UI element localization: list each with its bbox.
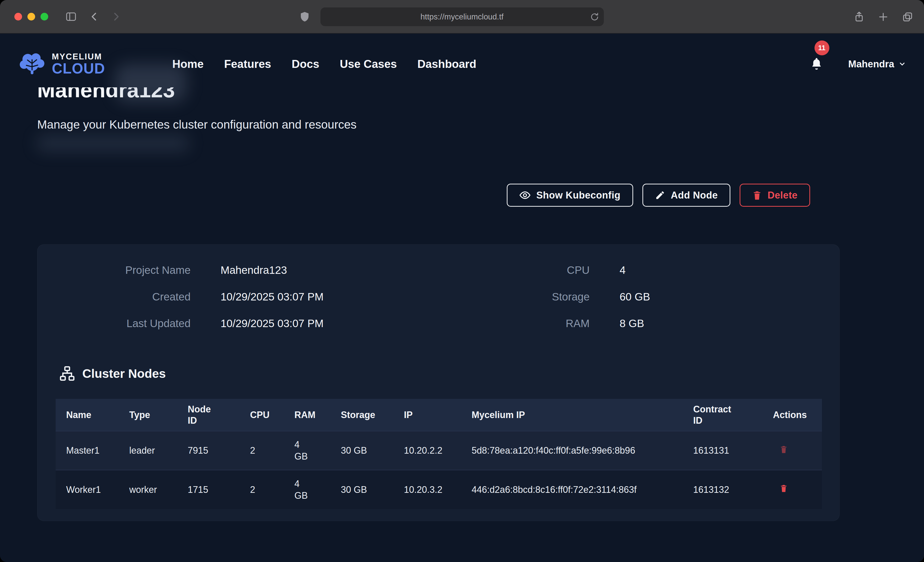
brand-line-1: MYCELIUM xyxy=(52,52,105,61)
delete-node-button[interactable] xyxy=(780,483,788,493)
col-type: Type xyxy=(119,399,177,431)
col-cpu: CPU xyxy=(240,399,284,431)
page-title-clip: Mahendra123 xyxy=(37,87,924,106)
cell-contract-id: 1613131 xyxy=(682,431,762,470)
nodes-table: Name Type Node ID CPU RAM Storage IP Myc… xyxy=(56,399,822,509)
delete-node-button[interactable] xyxy=(780,444,788,454)
info-label-storage: Storage xyxy=(482,291,590,303)
info-value-storage: 60 GB xyxy=(590,291,839,303)
cell-ram: 4 GB xyxy=(284,470,330,509)
table-row: Worker1 worker 1715 2 4 GB 30 GB 10.20.3… xyxy=(56,470,822,509)
show-kubeconfig-label: Show Kubeconfig xyxy=(536,190,620,201)
col-name: Name xyxy=(56,399,119,431)
nav-link-use-cases[interactable]: Use Cases xyxy=(340,58,397,70)
nav-links: Home Features Docs Use Cases Dashboard xyxy=(172,58,477,70)
col-actions: Actions xyxy=(762,399,822,431)
info-label-ram: RAM xyxy=(482,317,590,330)
col-ip: IP xyxy=(393,399,461,431)
minimize-window-button[interactable] xyxy=(27,13,35,21)
cell-type: leader xyxy=(119,431,177,470)
delete-cluster-button[interactable]: Delete xyxy=(740,184,810,207)
table-row: Master1 leader 7915 2 4 GB 30 GB 10.20.2… xyxy=(56,431,822,470)
cluster-info-grid: Project Name Mahendra123 CPU 4 Created 1… xyxy=(38,257,839,337)
traffic-lights xyxy=(14,13,48,21)
trash-icon xyxy=(780,483,788,493)
nav-right: 11 Mahendra xyxy=(810,56,906,72)
cell-cpu: 2 xyxy=(240,470,284,509)
reload-icon[interactable] xyxy=(590,12,599,21)
info-label-created: Created xyxy=(38,291,190,303)
info-label-cpu: CPU xyxy=(482,264,590,277)
notifications-button[interactable]: 11 xyxy=(810,56,823,72)
cell-ram: 4 GB xyxy=(284,431,330,470)
info-value-last-updated: 10/29/2025 03:07 PM xyxy=(190,317,482,330)
col-node-id: Node ID xyxy=(177,399,240,431)
nav-link-docs[interactable]: Docs xyxy=(292,58,319,70)
delete-label: Delete xyxy=(768,190,798,201)
share-button[interactable] xyxy=(854,11,864,23)
add-node-button[interactable]: Add Node xyxy=(642,184,730,207)
new-tab-button[interactable] xyxy=(878,12,889,22)
cluster-page: Mahendra123 Manage your Kubernetes clust… xyxy=(0,87,924,521)
col-mycelium-ip: Mycelium IP xyxy=(461,399,682,431)
show-kubeconfig-button[interactable]: Show Kubeconfig xyxy=(507,184,633,207)
address-bar[interactable]: https://myceliumcloud.tf xyxy=(320,7,604,26)
nav-link-dashboard[interactable]: Dashboard xyxy=(417,58,477,70)
page-subtitle: Manage your Kubernetes cluster configura… xyxy=(37,118,924,132)
info-value-cpu: 4 xyxy=(590,264,839,277)
brand-text: MYCELIUM CLOUD xyxy=(52,52,105,76)
user-menu[interactable]: Mahendra xyxy=(848,59,906,70)
browser-chrome: https://myceliumcloud.tf xyxy=(0,0,924,34)
chrome-right-controls xyxy=(854,0,913,34)
nav-link-features[interactable]: Features xyxy=(224,58,271,70)
cell-node-id: 7915 xyxy=(177,431,240,470)
privacy-blur-patch xyxy=(36,135,190,151)
notification-count-badge: 11 xyxy=(814,40,830,55)
close-window-button[interactable] xyxy=(14,13,22,21)
brand-logo[interactable]: MYCELIUM CLOUD xyxy=(18,52,105,76)
tab-overview-button[interactable] xyxy=(902,11,913,22)
cell-actions xyxy=(762,431,822,470)
cell-storage: 30 GB xyxy=(330,431,393,470)
user-name: Mahendra xyxy=(848,59,894,70)
table-header-row: Name Type Node ID CPU RAM Storage IP Myc… xyxy=(56,399,822,431)
cell-node-id: 1715 xyxy=(177,470,240,509)
info-value-project-name: Mahendra123 xyxy=(190,264,482,277)
col-storage: Storage xyxy=(330,399,393,431)
col-ram: RAM xyxy=(284,399,330,431)
cell-storage: 30 GB xyxy=(330,470,393,509)
trash-icon xyxy=(780,444,788,454)
col-contract-id: Contract ID xyxy=(682,399,762,431)
cell-ip: 10.20.2.2 xyxy=(393,431,461,470)
nav-link-home[interactable]: Home xyxy=(172,58,204,70)
cell-contract-id: 1613132 xyxy=(682,470,762,509)
browser-window: https://myceliumcloud.tf xyxy=(0,0,924,562)
cell-name: Master1 xyxy=(56,431,119,470)
cluster-nodes-title: Cluster Nodes xyxy=(82,366,166,381)
bell-icon xyxy=(810,56,823,71)
info-label-last-updated: Last Updated xyxy=(38,317,190,330)
cell-cpu: 2 xyxy=(240,431,284,470)
zoom-window-button[interactable] xyxy=(40,13,48,21)
privacy-shield-icon[interactable] xyxy=(300,11,310,22)
forward-button[interactable] xyxy=(111,11,121,22)
trash-icon xyxy=(752,190,762,200)
eye-icon xyxy=(519,190,531,201)
cluster-details-card: Project Name Mahendra123 CPU 4 Created 1… xyxy=(37,244,840,521)
cell-mycelium-ip: 446:d2a6:8bcd:8c16:ff0f:72e2:3114:863f xyxy=(461,470,682,509)
back-button[interactable] xyxy=(89,11,99,22)
cluster-actions: Show Kubeconfig Add Node Delete xyxy=(37,184,810,207)
cell-type: worker xyxy=(119,470,177,509)
page-title: Mahendra123 xyxy=(37,87,924,102)
brand-line-2: CLOUD xyxy=(52,61,105,76)
page-body: MYCELIUM CLOUD Home Features Docs Use Ca… xyxy=(0,34,924,562)
cell-mycelium-ip: 5d8:78ea:a120:f40c:ff0f:a5fe:99e6:8b96 xyxy=(461,431,682,470)
sidebar-toggle-button[interactable] xyxy=(65,12,77,22)
cluster-nodes-header: Cluster Nodes xyxy=(59,366,839,381)
site-navbar: MYCELIUM CLOUD Home Features Docs Use Ca… xyxy=(0,34,924,86)
cluster-nodes-icon xyxy=(59,366,75,381)
chevron-down-icon xyxy=(898,60,906,68)
cell-ip: 10.20.3.2 xyxy=(393,470,461,509)
info-value-ram: 8 GB xyxy=(590,317,839,330)
info-label-project-name: Project Name xyxy=(38,264,190,277)
